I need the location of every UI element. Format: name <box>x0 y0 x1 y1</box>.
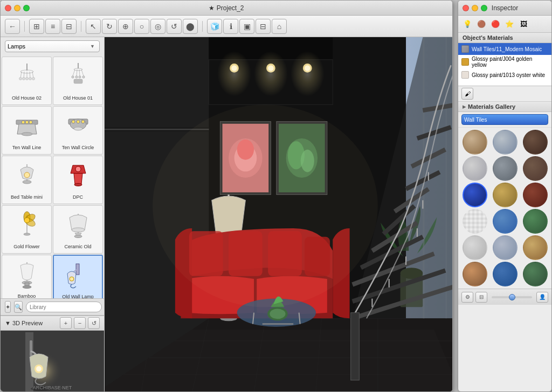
sync-button[interactable]: ↺ <box>88 317 100 329</box>
gallery-person-button[interactable]: 👤 <box>536 292 548 303</box>
inspector-icon-circle[interactable]: 🟤 <box>475 18 487 30</box>
material-item[interactable]: Glossy paint/J004 golden yellow <box>458 55 551 69</box>
view2-button[interactable]: ⊟ <box>256 19 271 34</box>
toolbar-group-view: ⊞ ≡ ⊟ <box>29 19 77 34</box>
inspector-minimize-button[interactable] <box>472 5 478 11</box>
gallery-settings-button[interactable]: ⚙ <box>461 292 473 303</box>
gallery-swatch-container <box>460 209 489 234</box>
maximize-button[interactable] <box>23 5 30 11</box>
gallery-swatch[interactable] <box>523 183 548 207</box>
inspector-icon-star[interactable]: ⭐ <box>503 18 515 30</box>
add-item-button[interactable]: ✦ <box>5 301 11 313</box>
camera-tool-button[interactable]: ⬤ <box>183 19 198 34</box>
back-button[interactable]: ← <box>5 19 20 34</box>
svg-line-3 <box>24 72 24 78</box>
material-item[interactable]: Wall Tiles/11_Modern Mosaic <box>458 43 551 55</box>
list-item[interactable]: Ten Wall Circle <box>53 106 103 155</box>
inspector-maximize-button[interactable] <box>481 5 487 11</box>
zoom-in-button[interactable]: + <box>60 317 72 329</box>
view1-button[interactable]: ▣ <box>239 19 254 34</box>
gallery-swatch[interactable] <box>463 183 487 207</box>
select-tool-button[interactable]: ↖ <box>86 19 101 34</box>
inspector-icon-image[interactable]: 🖼 <box>518 18 529 30</box>
gallery-slider[interactable] <box>492 296 532 298</box>
svg-point-35 <box>24 172 30 178</box>
list-item[interactable]: Bed Table mini <box>2 156 52 204</box>
rotate-tool-button[interactable]: ↻ <box>102 19 117 34</box>
list-item[interactable]: Old Wall Lamp <box>53 255 103 298</box>
gallery-swatch[interactable] <box>493 156 518 181</box>
gallery-swatch[interactable] <box>493 130 518 155</box>
item-label: Bamboo <box>18 293 36 298</box>
material-item[interactable]: Glossy paint/1013 oyster white <box>458 69 551 81</box>
inspector-window: Inspector 💡 🟤 🔴 ⭐ 🖼 Object's Materials W… <box>458 0 552 392</box>
gallery-swatch-container <box>521 130 549 155</box>
list-item[interactable]: Old House 01 <box>53 57 103 105</box>
svg-point-19 <box>75 76 78 78</box>
inspector-close-button[interactable] <box>463 5 469 11</box>
gallery-swatch-container <box>460 156 489 181</box>
list-item[interactable]: DPC <box>53 156 103 204</box>
info-button[interactable]: ℹ <box>223 19 238 34</box>
gallery-swatch[interactable] <box>493 183 518 207</box>
objects-button[interactable]: ⊞ <box>29 19 44 34</box>
gallery-swatch[interactable] <box>523 130 548 155</box>
list-item[interactable]: Ceramic Old <box>53 205 103 254</box>
inspector-icon-red[interactable]: 🔴 <box>489 18 501 30</box>
search-input[interactable] <box>26 302 102 312</box>
svg-point-59 <box>36 366 42 372</box>
list-item[interactable]: Old House 02 <box>2 57 52 105</box>
gallery-swatch-container <box>521 156 549 181</box>
gallery-slider-thumb[interactable] <box>509 294 515 300</box>
list-item[interactable]: Gold Flower <box>2 205 52 254</box>
gallery-swatch[interactable] <box>493 262 518 286</box>
inspector-title-label: Inspector <box>492 4 518 12</box>
gallery-swatch[interactable] <box>523 209 548 234</box>
eyedropper-tool-button[interactable]: 🖌 <box>461 88 473 100</box>
list-item[interactable]: Ten Wall Line <box>2 106 52 155</box>
layers-button[interactable]: ≡ <box>45 19 60 34</box>
gallery-swatch[interactable] <box>523 235 548 260</box>
search-icon-button[interactable]: 🔍 <box>14 301 23 313</box>
move-tool-button[interactable]: ⊕ <box>118 19 133 34</box>
gallery-category-dropdown[interactable]: Wall Tiles Paints Wood Stone <box>461 114 548 125</box>
gallery-swatch[interactable] <box>523 156 548 181</box>
home-button[interactable]: ⌂ <box>272 19 287 34</box>
gallery-swatch[interactable] <box>493 209 518 234</box>
gallery-swatch[interactable] <box>463 156 487 181</box>
title-bar: ★ Project_2 <box>1 1 452 16</box>
svg-line-5 <box>30 72 30 78</box>
gallery-swatch[interactable] <box>493 235 518 260</box>
target-tool-button[interactable]: ◎ <box>150 19 165 34</box>
viewport[interactable] <box>105 37 452 392</box>
gallery-swatch[interactable] <box>463 262 487 286</box>
reset-tool-button[interactable]: ↺ <box>167 19 182 34</box>
gallery-swatch[interactable] <box>463 130 487 155</box>
gallery-grid-button[interactable]: ⊟ <box>475 292 487 303</box>
preview-3d-content: ARCHIBASE·NET <box>1 331 104 392</box>
svg-point-47 <box>74 235 82 237</box>
3d-nav-button[interactable]: 🧊 <box>207 19 222 34</box>
zoom-out-button[interactable]: − <box>74 317 86 329</box>
toolbar-separator-1 <box>24 21 25 32</box>
svg-point-51 <box>23 285 31 288</box>
minimize-button[interactable] <box>14 5 20 11</box>
svg-rect-22 <box>74 79 82 83</box>
gallery-swatch-container <box>460 130 489 155</box>
main-window: ★ Project_2 ← ⊞ ≡ ⊟ ↖ ↻ ⊕ ○ ◎ ↺ ⬤ 🧊 ℹ ▣ … <box>0 0 453 392</box>
gallery-swatch[interactable] <box>463 235 487 260</box>
list-item[interactable]: Bamboo <box>2 255 52 298</box>
gallery-swatch[interactable] <box>523 262 548 286</box>
item-preview-ten-wall-circle <box>59 109 97 144</box>
category-dropdown[interactable]: Lamps Furniture Decor Plants <box>5 40 100 52</box>
gallery-swatch[interactable] <box>463 209 487 234</box>
close-button[interactable] <box>5 5 11 11</box>
svg-point-13 <box>74 68 82 71</box>
inspector-icon-light[interactable]: 💡 <box>461 18 473 30</box>
materials-toolbar: 🖌 <box>458 86 551 102</box>
grid-button[interactable]: ⊟ <box>61 19 77 34</box>
item-preview-dpc <box>59 158 97 193</box>
item-label: DPC <box>73 194 83 200</box>
circle-tool-button[interactable]: ○ <box>134 19 149 34</box>
svg-point-80 <box>217 51 251 96</box>
